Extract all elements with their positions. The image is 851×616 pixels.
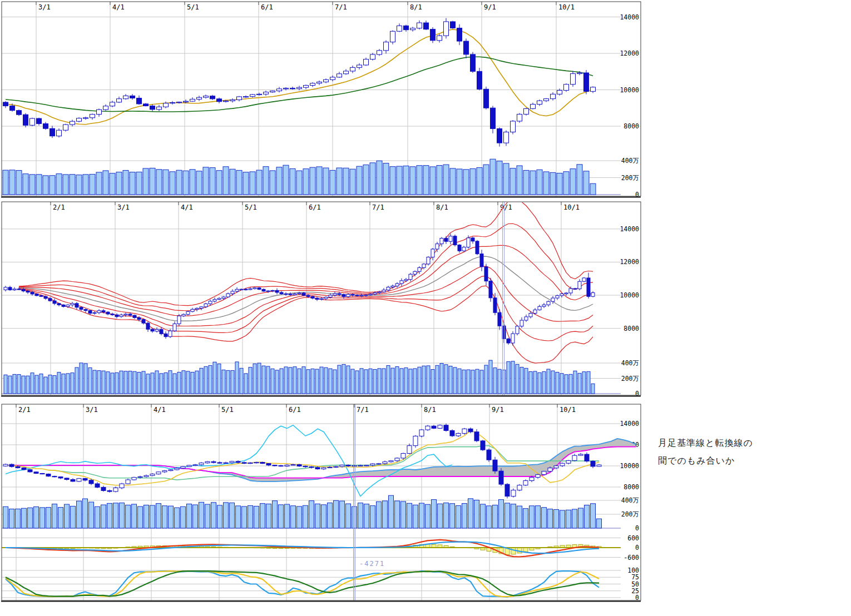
month-label: 5/1 — [221, 406, 234, 414]
month-label: 7/1 — [357, 406, 369, 414]
month-label: 6/1 — [289, 406, 301, 414]
axis-tick-label: -600 — [624, 554, 639, 562]
month-label: 10/1 — [560, 406, 576, 414]
chart-workspace: 1400012000100008000400万200万03/14/15/16/1… — [0, 0, 851, 616]
axis-tick-label: 0 — [635, 544, 639, 552]
axis-tick-label: 14000 — [620, 420, 639, 428]
chart-annotation: 月足基準線と転換線の 間でのもみ合いか — [658, 434, 842, 470]
axis-tick-label: 600 — [627, 534, 639, 542]
month-label: 9/1 — [492, 406, 504, 414]
month-label: 8/1 — [424, 406, 436, 414]
month-label: 2/1 — [18, 406, 31, 414]
axis-tick-label: 200万 — [621, 510, 639, 518]
axis-tick-label: 0 — [635, 524, 639, 532]
axis-tick-label: 400万 — [621, 496, 639, 504]
axis-tick-label: 10000 — [620, 462, 639, 470]
cursor-value-readout: -4271 — [359, 560, 385, 568]
annotation-line-2: 間でのもみ合いか — [658, 452, 842, 470]
annotation-line-1: 月足基準線と転換線の — [658, 434, 842, 452]
axis-tick-label: 8000 — [624, 483, 639, 491]
plot-background — [2, 404, 641, 600]
candlestick-chart-ichimoku[interactable]: 1400012000100008000400万200万06000-6001007… — [0, 0, 851, 616]
month-label: 4/1 — [154, 406, 166, 414]
month-label: 3/1 — [86, 406, 98, 414]
